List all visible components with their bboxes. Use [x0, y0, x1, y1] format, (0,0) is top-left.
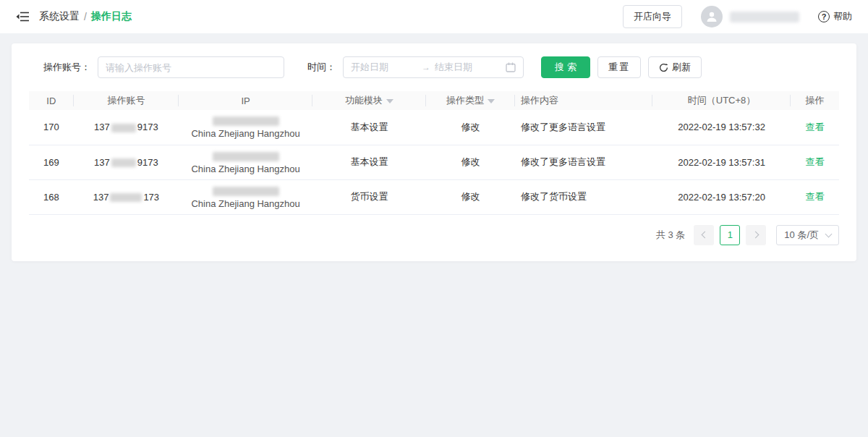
breadcrumb-parent[interactable]: 系统设置 — [39, 10, 80, 23]
cell-module: 基本设置 — [312, 145, 426, 179]
table-row: 169 1379173 China Zhejiang Hangzhou 基本设置… — [29, 145, 839, 179]
ip-blur — [213, 116, 279, 126]
cell-module: 基本设置 — [312, 110, 426, 145]
cell-id: 170 — [29, 110, 74, 145]
store-guide-button[interactable]: 开店向导 — [623, 5, 682, 28]
cell-time: 2022-02-19 13:57:32 — [652, 110, 790, 145]
ip-location: China Zhejiang Hangzhou — [184, 164, 307, 174]
cell-ip: China Zhejiang Hangzhou — [179, 179, 312, 214]
col-header-action: 操作 — [791, 91, 839, 110]
col-header-ip: IP — [179, 91, 312, 110]
breadcrumb: 系统设置 / 操作日志 — [39, 10, 132, 23]
cell-type: 修改 — [426, 110, 515, 145]
cell-type: 修改 — [426, 145, 515, 179]
pagination: 共 3 条 1 10 条/页 — [29, 225, 839, 245]
col-header-time: 时间（UTC+8） — [652, 91, 790, 110]
username-blurred[interactable] — [730, 12, 799, 22]
refresh-icon — [659, 63, 668, 72]
table-row: 170 1379173 China Zhejiang Hangzhou 基本设置… — [29, 110, 839, 145]
cell-account: 1379173 — [74, 110, 179, 145]
help-label: 帮助 — [833, 10, 852, 23]
operation-log-card: 操作账号： 时间： 开始日期 → 结束日期 搜索 重置 刷新 — [12, 43, 856, 261]
breadcrumb-current: 操作日志 — [91, 10, 132, 23]
prev-page-button[interactable] — [694, 225, 714, 245]
ip-blur — [213, 187, 279, 196]
col-header-type: 操作类型 — [426, 91, 515, 110]
time-filter-label: 时间： — [307, 61, 336, 74]
cell-time: 2022-02-19 13:57:20 — [652, 179, 790, 214]
range-arrow: → — [422, 62, 430, 72]
cell-content: 修改了货币设置 — [515, 179, 652, 214]
search-button[interactable]: 搜索 — [541, 56, 590, 78]
filter-bar: 操作账号： 时间： 开始日期 → 结束日期 搜索 重置 刷新 — [29, 56, 839, 78]
collapse-menu-icon[interactable] — [16, 12, 29, 22]
calendar-icon — [506, 62, 516, 72]
start-date-placeholder[interactable]: 开始日期 — [351, 61, 417, 74]
col-header-id: ID — [29, 91, 74, 110]
refresh-label: 刷新 — [672, 61, 691, 74]
cell-id: 168 — [29, 179, 74, 214]
view-link[interactable]: 查看 — [805, 122, 824, 132]
col-header-content: 操作内容 — [515, 91, 652, 110]
table-header-row: ID 操作账号 IP 功能模块 操作类型 操作内容 时间（UTC+8） 操作 — [29, 91, 839, 110]
account-search-input[interactable] — [98, 56, 284, 78]
reset-button[interactable]: 重置 — [597, 56, 641, 78]
cell-ip: China Zhejiang Hangzhou — [179, 110, 312, 145]
chevron-left-icon — [701, 232, 708, 239]
ip-location: China Zhejiang Hangzhou — [184, 128, 307, 139]
refresh-button[interactable]: 刷新 — [648, 56, 702, 78]
page-size-value: 10 条/页 — [784, 229, 819, 242]
avatar[interactable] — [701, 6, 723, 27]
ip-blur — [213, 152, 279, 161]
chevron-right-icon — [752, 232, 759, 239]
cell-account: 1379173 — [74, 145, 179, 179]
ip-location: China Zhejiang Hangzhou — [184, 198, 307, 209]
type-filter-caret-icon[interactable] — [488, 99, 495, 103]
cell-content: 修改了更多语言设置 — [515, 145, 652, 179]
module-filter-caret-icon[interactable] — [386, 99, 393, 103]
cell-id: 169 — [29, 145, 74, 179]
cell-time: 2022-02-19 13:57:31 — [652, 145, 790, 179]
cell-type: 修改 — [426, 179, 515, 214]
breadcrumb-separator: / — [84, 11, 87, 22]
cell-ip: China Zhejiang Hangzhou — [179, 145, 312, 179]
page-size-select[interactable]: 10 条/页 — [776, 225, 839, 245]
topbar-right: 开店向导 ? 帮助 — [623, 5, 852, 28]
col-header-module: 功能模块 — [312, 91, 426, 110]
account-blur — [111, 158, 136, 167]
end-date-placeholder[interactable]: 结束日期 — [435, 61, 501, 74]
cell-content: 修改了更多语言设置 — [515, 110, 652, 145]
account-blur — [110, 193, 142, 202]
account-blur — [111, 124, 136, 132]
topbar: 系统设置 / 操作日志 开店向导 ? 帮助 — [0, 0, 868, 33]
view-link[interactable]: 查看 — [805, 156, 824, 167]
table-row: 168 137173 China Zhejiang Hangzhou 货币设置 … — [29, 179, 839, 214]
view-link[interactable]: 查看 — [805, 191, 824, 202]
operation-log-table: ID 操作账号 IP 功能模块 操作类型 操作内容 时间（UTC+8） 操作 1… — [29, 91, 839, 215]
total-count: 共 3 条 — [656, 229, 685, 242]
cell-account: 137173 — [74, 179, 179, 214]
chevron-down-icon — [825, 230, 833, 237]
cell-module: 货币设置 — [312, 179, 426, 214]
account-filter-label: 操作账号： — [43, 61, 90, 74]
col-header-account: 操作账号 — [74, 91, 179, 110]
help-icon: ? — [818, 11, 830, 22]
next-page-button[interactable] — [746, 225, 766, 245]
date-range-picker[interactable]: 开始日期 → 结束日期 — [343, 56, 524, 78]
current-page[interactable]: 1 — [720, 225, 740, 245]
help-button[interactable]: ? 帮助 — [818, 10, 852, 23]
user-icon — [705, 10, 718, 23]
